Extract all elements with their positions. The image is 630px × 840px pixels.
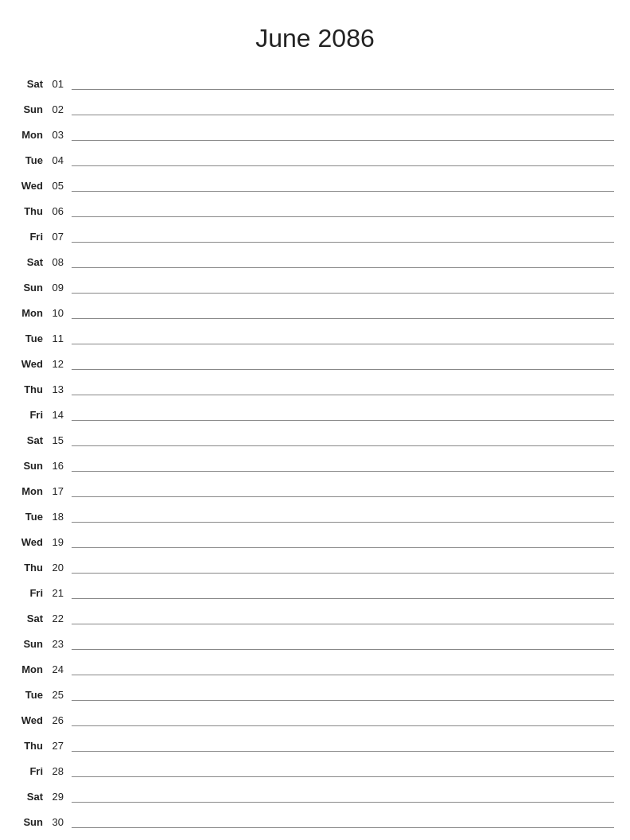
day-line [72, 751, 614, 752]
calendar-row: Thu20 [16, 551, 614, 577]
day-number: 08 [46, 256, 72, 271]
calendar-row: Wed26 [16, 704, 614, 729]
day-of-week-label: Wed [16, 180, 46, 195]
day-number: 10 [46, 307, 72, 322]
day-number: 04 [46, 154, 72, 169]
calendar-row: Fri21 [16, 577, 614, 602]
calendar-row: Fri14 [16, 399, 614, 424]
calendar-row: Mon03 [16, 119, 614, 144]
day-of-week-label: Wed [16, 536, 46, 551]
day-of-week-label: Thu [16, 205, 46, 220]
day-line [72, 547, 614, 548]
day-of-week-label: Wed [16, 714, 46, 729]
day-number: 05 [46, 180, 72, 195]
day-of-week-label: Sun [16, 638, 46, 653]
day-line [72, 700, 614, 701]
day-of-week-label: Tue [16, 689, 46, 704]
day-number: 25 [46, 689, 72, 704]
day-line [72, 140, 614, 141]
day-of-week-label: Tue [16, 154, 46, 169]
day-number: 13 [46, 383, 72, 399]
day-number: 17 [46, 485, 72, 500]
day-line [72, 293, 614, 294]
day-line [72, 191, 614, 192]
day-of-week-label: Sat [16, 256, 46, 271]
calendar-row: Tue18 [16, 500, 614, 526]
calendar-row: Mon24 [16, 653, 614, 679]
day-line [72, 522, 614, 523]
day-of-week-label: Sun [16, 103, 46, 119]
calendar-row: Thu27 [16, 729, 614, 755]
calendar-row: Wed19 [16, 526, 614, 551]
calendar-row: Wed05 [16, 169, 614, 195]
day-of-week-label: Fri [16, 231, 46, 246]
day-of-week-label: Tue [16, 511, 46, 526]
day-number: 21 [46, 587, 72, 602]
day-line [72, 318, 614, 319]
day-line [72, 675, 614, 675]
day-number: 18 [46, 511, 72, 526]
day-number: 24 [46, 663, 72, 679]
calendar-row: Tue04 [16, 144, 614, 169]
day-line [72, 573, 614, 574]
day-of-week-label: Fri [16, 765, 46, 780]
day-line [72, 344, 614, 344]
day-of-week-label: Wed [16, 358, 46, 373]
calendar-row: Mon10 [16, 297, 614, 322]
calendar-row: Sat15 [16, 424, 614, 449]
calendar-row: Mon17 [16, 475, 614, 500]
day-line [72, 802, 614, 803]
day-of-week-label: Mon [16, 129, 46, 144]
day-number: 29 [46, 791, 72, 806]
page-title: June 2086 [16, 16, 614, 53]
day-of-week-label: Sat [16, 791, 46, 806]
day-line [72, 395, 614, 395]
day-number: 01 [46, 78, 72, 93]
day-number: 11 [46, 332, 72, 348]
day-number: 20 [46, 562, 72, 577]
day-of-week-label: Mon [16, 307, 46, 322]
day-of-week-label: Sat [16, 78, 46, 93]
day-number: 16 [46, 460, 72, 475]
calendar-rows: Sat01Sun02Mon03Tue04Wed05Thu06Fri07Sat08… [16, 68, 614, 831]
calendar-page: June 2086 Sat01Sun02Mon03Tue04Wed05Thu06… [0, 0, 630, 840]
day-of-week-label: Sun [16, 282, 46, 297]
day-line [72, 598, 614, 599]
day-line [72, 649, 614, 650]
day-line [72, 827, 614, 828]
day-of-week-label: Sat [16, 434, 46, 449]
calendar-row: Fri07 [16, 220, 614, 246]
calendar-row: Thu13 [16, 373, 614, 399]
day-number: 02 [46, 103, 72, 119]
day-line [72, 89, 614, 90]
day-line [72, 471, 614, 472]
calendar-row: Sun30 [16, 806, 614, 831]
day-number: 15 [46, 434, 72, 449]
day-number: 22 [46, 612, 72, 628]
day-line [72, 165, 614, 166]
day-line [72, 776, 614, 777]
day-number: 28 [46, 765, 72, 780]
day-line [72, 420, 614, 421]
calendar-row: Sat08 [16, 246, 614, 271]
day-number: 26 [46, 714, 72, 729]
day-number: 27 [46, 740, 72, 755]
day-of-week-label: Thu [16, 383, 46, 399]
day-of-week-label: Fri [16, 587, 46, 602]
day-line [72, 496, 614, 497]
day-number: 19 [46, 536, 72, 551]
day-line [72, 624, 614, 624]
day-line-area [72, 827, 614, 831]
day-number: 12 [46, 358, 72, 373]
day-number: 30 [46, 816, 72, 831]
day-line [72, 115, 614, 115]
calendar-row: Sun23 [16, 628, 614, 653]
calendar-row: Sat29 [16, 780, 614, 806]
calendar-row: Tue25 [16, 679, 614, 704]
day-line [72, 242, 614, 243]
calendar-row: Thu06 [16, 195, 614, 220]
calendar-row: Wed12 [16, 348, 614, 373]
day-of-week-label: Fri [16, 409, 46, 424]
day-of-week-label: Sun [16, 816, 46, 831]
calendar-row: Sat01 [16, 68, 614, 93]
